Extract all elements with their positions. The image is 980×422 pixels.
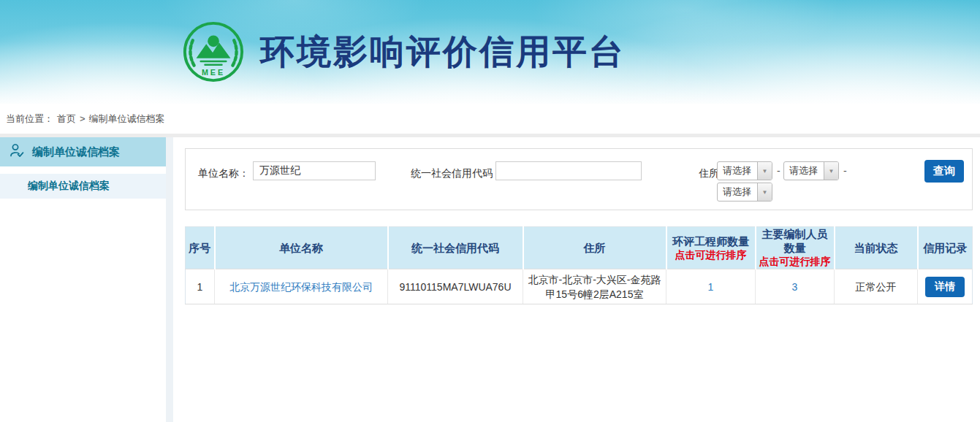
col-header-unit-name: 单位名称 [215, 227, 388, 269]
engineer-count-link[interactable]: 1 [708, 281, 714, 293]
sidebar-item-label: 编制单位诚信档案 [32, 145, 120, 159]
city-select-value: 请选择 [784, 162, 824, 180]
mee-logo-icon: MEE [181, 20, 246, 84]
col-header-staff-count-sort[interactable]: 主要编制人员数量 点击可进行排序 [756, 227, 835, 269]
person-check-icon [9, 142, 25, 161]
col-header-credit-code: 统一社会信用代码 [388, 227, 523, 269]
detail-button[interactable]: 详情 [925, 277, 965, 297]
district-select-value: 请选择 [718, 183, 757, 201]
col-header-engineer-count-label: 环评工程师数量 [672, 235, 749, 248]
table-header-row: 序号 单位名称 统一社会信用代码 住所 环评工程师数量 点击可进行排序 主要编制… [186, 227, 973, 269]
unit-name-input[interactable] [253, 161, 376, 180]
credit-code-input[interactable] [495, 161, 642, 180]
province-select[interactable]: 请选择 ▼ [717, 161, 772, 180]
address-dash-1: - [777, 165, 780, 177]
chevron-down-icon: ▼ [824, 162, 838, 180]
cell-index: 1 [186, 269, 215, 304]
col-header-engineer-count-sort[interactable]: 环评工程师数量 点击可进行排序 [666, 227, 756, 269]
chevron-down-icon: ▼ [757, 162, 772, 180]
district-select[interactable]: 请选择 ▼ [717, 183, 772, 202]
main: 单位名称： 统一社会信用代码： 住所： 请选择 ▼ - 请选择 ▼ - 请选择 … [173, 137, 980, 422]
city-select[interactable]: 请选择 ▼ [783, 161, 839, 180]
col-header-index: 序号 [186, 227, 215, 269]
cell-credit-code: 91110115MA7LWUA76U [388, 269, 523, 304]
sort-hint: 点击可进行排序 [758, 255, 832, 269]
sidebar-subitem-unit-credit-archive[interactable]: 编制单位诚信档案 [0, 174, 166, 199]
query-button[interactable]: 查询 [924, 160, 964, 183]
province-select-value: 请选择 [718, 162, 757, 180]
content: 编制单位诚信档案 编制单位诚信档案 单位名称： 统一社会信用代码： 住所： 请选… [0, 137, 980, 422]
col-header-address: 住所 [523, 227, 666, 269]
table-row: 1 北京万源世纪环保科技有限公司 91110115MA7LWUA76U 北京市-… [186, 269, 973, 304]
sort-hint: 点击可进行排序 [669, 248, 753, 262]
site-title: 环境影响评价信用平台 [260, 29, 626, 75]
breadcrumb-prefix: 当前位置： [6, 112, 53, 126]
cell-status: 正常公开 [835, 269, 918, 304]
col-header-status: 当前状态 [835, 227, 918, 269]
credit-code-label: 统一社会信用代码： [411, 167, 503, 180]
breadcrumb-home-link[interactable]: 首页 [57, 112, 76, 126]
results-table: 序号 单位名称 统一社会信用代码 住所 环评工程师数量 点击可进行排序 主要编制… [185, 226, 973, 304]
sidebar: 编制单位诚信档案 编制单位诚信档案 [0, 137, 166, 422]
cell-address: 北京市-北京市-大兴区-金苑路甲15号6幢2层A215室 [523, 269, 666, 304]
staff-count-link[interactable]: 3 [792, 281, 798, 293]
unit-name-label: 单位名称： [198, 167, 249, 180]
sidebar-main-divider [166, 137, 173, 422]
chevron-down-icon: ▼ [757, 183, 772, 201]
breadcrumb-current: 编制单位诚信档案 [89, 112, 165, 126]
address-dash-2: - [843, 165, 847, 177]
site-header: MEE 环境影响评价信用平台 [0, 0, 980, 104]
page: MEE 环境影响评价信用平台 当前位置： 首页 > 编制单位诚信档案 编制单位诚 [0, 0, 980, 422]
search-panel: 单位名称： 统一社会信用代码： 住所： 请选择 ▼ - 请选择 ▼ - 请选择 … [185, 148, 973, 210]
col-header-credit-record: 信用记录 [918, 227, 973, 269]
sidebar-item-unit-credit-archive[interactable]: 编制单位诚信档案 [0, 137, 166, 166]
logo-text: MEE [202, 68, 225, 77]
unit-name-link[interactable]: 北京万源世纪环保科技有限公司 [229, 281, 373, 293]
sidebar-subitem-label: 编制单位诚信档案 [28, 180, 110, 193]
col-header-staff-count-label: 主要编制人员数量 [762, 228, 828, 254]
breadcrumb-separator: > [80, 113, 86, 124]
breadcrumb: 当前位置： 首页 > 编制单位诚信档案 [0, 104, 980, 134]
